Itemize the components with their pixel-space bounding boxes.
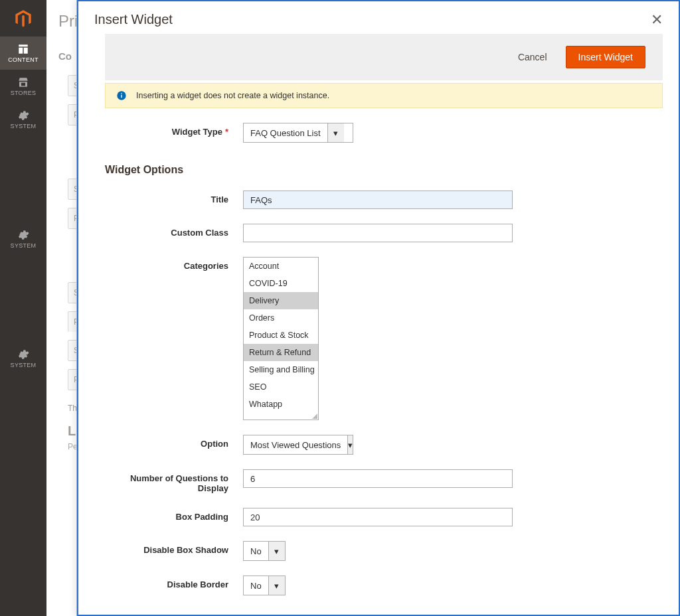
nav-stores-label: STORES [11, 90, 37, 96]
admin-sidebar: CONTENT STORES SYSTEM SYSTEM SYSTEM [0, 0, 46, 616]
resize-handle-icon[interactable] [244, 413, 318, 420]
num-questions-label: Number of Questions to Display [105, 469, 243, 493]
category-option[interactable]: Account [244, 258, 318, 275]
modal-title: Insert Widget [94, 12, 173, 27]
category-option[interactable]: Orders [244, 309, 318, 327]
disable-box-shadow-select[interactable]: No ▾ [243, 541, 286, 561]
close-icon[interactable]: ✕ [651, 13, 663, 27]
nav-stores[interactable]: STORES [0, 70, 46, 103]
insert-widget-modal: Insert Widget ✕ Cancel Insert Widget Ins… [76, 0, 680, 616]
box-padding-input[interactable] [243, 508, 513, 526]
custom-class-input[interactable] [243, 224, 513, 242]
svg-rect-2 [121, 93, 122, 94]
category-option[interactable]: Selling and Billing [244, 361, 318, 378]
custom-class-label: Custom Class [105, 224, 243, 238]
option-label: Option [105, 435, 243, 449]
nav-content-label: CONTENT [8, 56, 39, 63]
widget-type-label: Widget Type* [105, 123, 243, 137]
cancel-button[interactable]: Cancel [514, 51, 551, 63]
category-option[interactable]: Delivery [244, 292, 318, 309]
disable-box-shadow-label: Disable Box Shadow [105, 541, 243, 555]
title-label: Title [105, 191, 243, 204]
category-option[interactable]: Whatapp [244, 396, 318, 413]
disable-border-select[interactable]: No ▾ [243, 576, 286, 595]
categories-multiselect[interactable]: AccountCOVID-19DeliveryOrdersProduct & S… [243, 257, 319, 420]
nav-system-3[interactable]: SYSTEM [0, 342, 46, 375]
nav-system-2-label: SYSTEM [11, 242, 37, 249]
magento-logo [0, 0, 46, 37]
category-option[interactable]: Product & Stock [244, 327, 318, 344]
action-bar: Cancel Insert Widget [105, 34, 663, 80]
category-option[interactable]: Return & Refund [244, 344, 318, 361]
option-select[interactable]: Most Viewed Questions ▾ [243, 435, 353, 455]
chevron-down-icon: ▾ [268, 542, 285, 560]
num-questions-input[interactable] [243, 469, 513, 488]
nav-system-1[interactable]: SYSTEM [0, 103, 46, 136]
title-input[interactable] [243, 191, 513, 209]
svg-rect-1 [121, 95, 122, 98]
info-icon [116, 90, 127, 101]
nav-content[interactable]: CONTENT [0, 37, 46, 70]
nav-system-2[interactable]: SYSTEM [0, 222, 46, 256]
disable-border-label: Disable Border [105, 576, 243, 589]
insert-widget-button[interactable]: Insert Widget [566, 46, 645, 68]
chevron-down-icon: ▾ [268, 576, 285, 595]
nav-system-3-label: SYSTEM [11, 362, 37, 368]
info-banner: Inserting a widget does not create a wid… [105, 83, 663, 108]
box-padding-label: Box Padding [105, 508, 243, 522]
nav-system-1-label: SYSTEM [11, 123, 37, 129]
info-text: Inserting a widget does not create a wid… [136, 91, 329, 100]
chevron-down-icon: ▾ [347, 435, 353, 454]
widget-type-select[interactable]: FAQ Question List ▾ [243, 123, 353, 143]
categories-label: Categories [105, 257, 243, 271]
category-option[interactable]: SEO [244, 378, 318, 396]
widget-options-heading: Widget Options [105, 164, 663, 176]
category-option[interactable]: COVID-19 [244, 275, 318, 292]
chevron-down-icon: ▾ [327, 123, 344, 142]
